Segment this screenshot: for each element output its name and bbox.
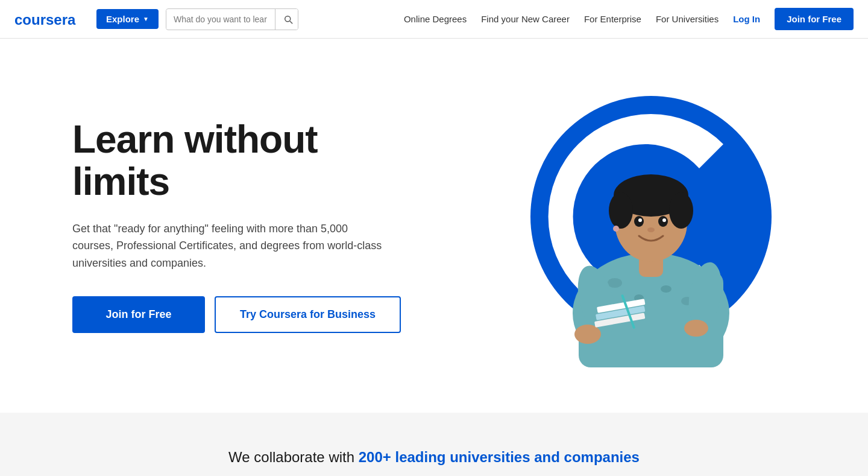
chevron-down-icon: ▼ (143, 16, 149, 22)
nav-for-universities[interactable]: For Universities (656, 14, 719, 24)
svg-point-19 (609, 192, 633, 229)
coursera-logo[interactable]: coursera (14, 10, 87, 28)
search-icon (283, 14, 294, 25)
login-link[interactable]: Log In (733, 14, 760, 24)
search-bar (166, 8, 298, 30)
hero-section: Learn without limits Get that "ready for… (0, 39, 868, 413)
svg-point-25 (613, 226, 619, 232)
search-button[interactable] (275, 9, 298, 30)
collaborate-section: We collaborate with 200+ leading univers… (0, 413, 868, 476)
hero-image (506, 87, 796, 364)
svg-point-10 (574, 325, 601, 344)
hero-subtitle: Get that "ready for anything" feeling wi… (72, 220, 386, 272)
nav-links: Online Degrees Find your New Career For … (404, 8, 854, 30)
hero-cta-group: Join for Free Try Coursera for Business (72, 296, 434, 333)
svg-point-11 (684, 320, 708, 337)
navbar: coursera Explore ▼ Online Degrees Find y… (0, 0, 868, 39)
hero-title: Learn without limits (72, 118, 434, 203)
nav-online-degrees[interactable]: Online Degrees (404, 14, 467, 24)
nav-for-enterprise[interactable]: For Enterprise (584, 14, 641, 24)
explore-button[interactable]: Explore ▼ (96, 9, 159, 29)
coursera-logo-svg: coursera (14, 10, 87, 28)
svg-point-23 (638, 218, 642, 222)
collaborate-title: We collaborate with 200+ leading univers… (12, 449, 856, 466)
hero-illustration (518, 84, 784, 367)
search-input[interactable] (166, 10, 275, 29)
svg-point-20 (669, 192, 693, 229)
svg-text:coursera: coursera (14, 11, 76, 28)
svg-point-4 (608, 278, 622, 288)
hero-content: Learn without limits Get that "ready for… (72, 118, 434, 333)
nav-join-button[interactable]: Join for Free (775, 8, 854, 30)
svg-point-26 (647, 227, 655, 232)
hero-join-button[interactable]: Join for Free (72, 296, 205, 333)
explore-label: Explore (106, 14, 139, 24)
hero-business-button[interactable]: Try Coursera for Business (215, 296, 401, 333)
svg-point-7 (661, 285, 671, 293)
nav-find-career[interactable]: Find your New Career (481, 14, 570, 24)
svg-point-24 (662, 218, 666, 222)
